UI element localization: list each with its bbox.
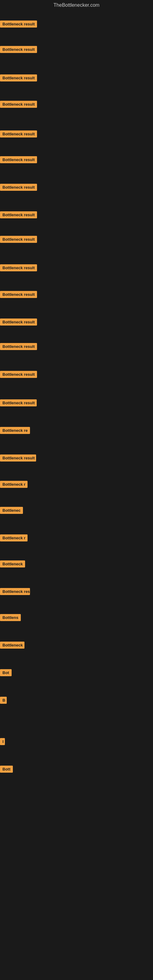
bottleneck-badge: Bottlenec <box>0 507 23 514</box>
bottleneck-badge: Bottleneck r <box>0 481 27 488</box>
bottleneck-result-item[interactable]: Bottleneck result <box>0 21 37 29</box>
bottleneck-result-item[interactable]: Bottleneck result <box>0 75 37 83</box>
bottleneck-badge: Bottleneck result <box>0 264 37 271</box>
bottleneck-result-item[interactable]: Bottleneck result <box>0 399 37 407</box>
bottleneck-result-item[interactable]: Bot <box>0 669 12 678</box>
bottleneck-result-item[interactable]: Bottleneck result <box>0 211 37 220</box>
bottleneck-badge: Bottleneck <box>0 560 25 568</box>
bottleneck-result-item[interactable]: Bottleneck result <box>0 371 37 379</box>
bottleneck-badge: Bottleneck result <box>0 101 37 108</box>
bottleneck-result-item[interactable]: Bottleneck result <box>0 101 37 109</box>
bottleneck-result-item[interactable]: Bottleneck result <box>0 46 37 54</box>
bottleneck-result-item[interactable]: Bottleneck result <box>0 184 37 192</box>
bottleneck-result-item[interactable]: B <box>0 697 7 705</box>
bottleneck-badge: Bot <box>0 669 12 676</box>
bottleneck-badge: Bottleneck result <box>0 455 36 461</box>
bottleneck-badge: Bott <box>0 766 13 773</box>
bottleneck-result-item[interactable]: Bottleneck result <box>0 130 37 139</box>
bottleneck-badge: Bottleneck result <box>0 211 37 218</box>
bottleneck-badge: Bottleneck result <box>0 46 37 53</box>
bottleneck-badge: Bottleneck result <box>0 236 37 243</box>
bottleneck-badge: Bottleneck result <box>0 318 37 326</box>
bottleneck-badge: Bottleneck result <box>0 399 37 406</box>
bottleneck-result-item[interactable]: Bottleneck result <box>0 318 37 327</box>
bottleneck-result-item[interactable]: Bottleneck result <box>0 264 37 272</box>
bottleneck-result-item[interactable]: Bottleneck res <box>0 588 30 596</box>
bottleneck-result-item[interactable]: Bottleneck r <box>0 535 27 542</box>
bottleneck-result-item[interactable]: Bottleneck result <box>0 291 37 299</box>
bottleneck-result-item[interactable]: Bottleneck result <box>0 343 37 351</box>
bottleneck-badge: Bottleneck result <box>0 156 37 163</box>
bottleneck-badge: Bottleneck result <box>0 291 37 298</box>
bottleneck-result-item[interactable]: Bottleneck result <box>0 236 37 244</box>
bottleneck-badge: Bottleneck result <box>0 21 37 27</box>
bottleneck-badge: Bottleneck <box>0 641 24 649</box>
bottleneck-badge: Bottlens <box>0 614 21 621</box>
bottleneck-badge: I <box>0 738 5 745</box>
bottleneck-result-item[interactable]: Bottleneck result <box>0 156 37 164</box>
bottleneck-badge: Bottleneck result <box>0 75 37 81</box>
bottleneck-badge: Bottleneck re <box>0 427 30 434</box>
bottleneck-result-item[interactable]: Bottleneck result <box>0 455 36 463</box>
bottleneck-badge: Bottleneck result <box>0 371 37 378</box>
bottleneck-badge: Bottleneck result <box>0 184 37 191</box>
bottleneck-badge: Bottleneck result <box>0 130 37 137</box>
bottleneck-result-item[interactable]: Bottleneck r <box>0 481 27 489</box>
bottleneck-badge: Bottleneck result <box>0 343 37 350</box>
bottleneck-badge: Bottleneck r <box>0 535 27 541</box>
bottleneck-result-item[interactable]: I <box>0 738 5 746</box>
bottleneck-result-item[interactable]: Bott <box>0 766 13 774</box>
bottleneck-badge: B <box>0 697 7 704</box>
bottleneck-result-item[interactable]: Bottleneck <box>0 560 25 569</box>
bottleneck-result-item[interactable]: Bottlens <box>0 614 21 622</box>
site-title: TheBottlenecker.com <box>0 0 153 9</box>
bottleneck-badge: Bottleneck res <box>0 588 30 595</box>
bottleneck-result-item[interactable]: Bottlenec <box>0 507 23 515</box>
bottleneck-result-item[interactable]: Bottleneck <box>0 641 24 650</box>
bottleneck-result-item[interactable]: Bottleneck re <box>0 427 30 435</box>
